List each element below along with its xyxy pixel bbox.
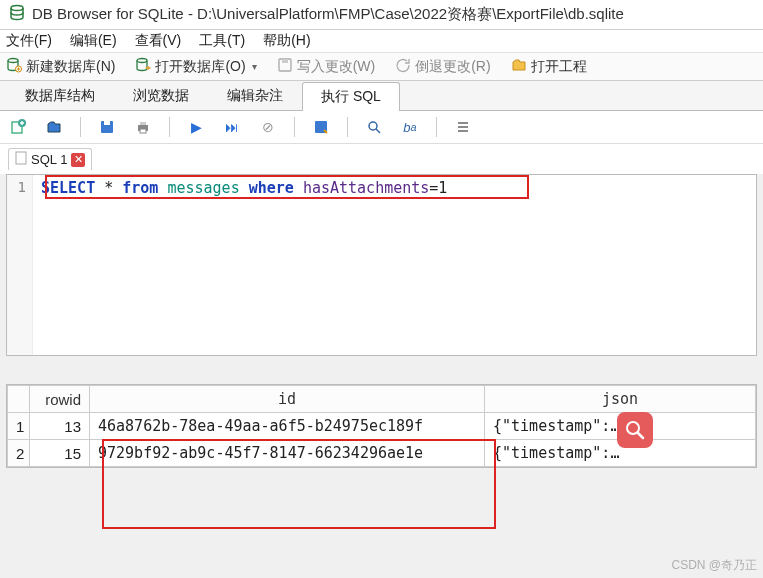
watermark: CSDN @奇乃正 (671, 557, 757, 574)
sql-code-area[interactable]: SELECT * from messages where hasAttachme… (33, 175, 756, 355)
new-database-button[interactable]: 新建数据库(N) (6, 57, 115, 76)
page-icon (15, 151, 27, 168)
open-sql-icon[interactable] (44, 117, 64, 137)
sql-toolbar: ▶ ⏭ ⊘ ba (0, 111, 763, 144)
menu-edit[interactable]: 编辑(E) (70, 32, 117, 50)
project-icon (511, 57, 527, 76)
tab-pragmas[interactable]: 编辑杂注 (208, 81, 302, 110)
sql-tab-1[interactable]: SQL 1 ✕ (8, 148, 92, 170)
save-sql-icon[interactable] (97, 117, 117, 137)
svg-rect-11 (140, 122, 146, 125)
svg-point-14 (369, 122, 377, 130)
save-icon (277, 57, 293, 76)
title-bar: DB Browser for SQLite - D:\UniversalPlat… (0, 0, 763, 30)
revert-changes-button[interactable]: 倒退更改(R) (395, 57, 490, 76)
svg-rect-5 (282, 59, 288, 63)
save-results-icon[interactable] (311, 117, 331, 137)
indent-icon[interactable] (453, 117, 473, 137)
menu-view[interactable]: 查看(V) (135, 32, 182, 50)
tab-execute-sql[interactable]: 执行 SQL (302, 82, 400, 111)
window-title: DB Browser for SQLite - D:\UniversalPlat… (32, 5, 624, 24)
find-replace-icon[interactable]: ba (400, 117, 420, 137)
close-tab-icon[interactable]: ✕ (71, 153, 85, 167)
svg-point-1 (8, 59, 18, 63)
svg-rect-9 (104, 121, 110, 125)
menu-bar: 文件(F) 编辑(E) 查看(V) 工具(T) 帮助(H) (0, 30, 763, 53)
menu-help[interactable]: 帮助(H) (263, 32, 310, 50)
svg-point-0 (11, 6, 23, 11)
sql-editor: 1 SELECT * from messages where hasAttach… (6, 174, 757, 356)
magnifier-overlay (617, 412, 653, 448)
splitter[interactable] (0, 356, 763, 384)
tab-structure[interactable]: 数据库结构 (6, 81, 114, 110)
run-line-icon[interactable]: ⏭ (222, 117, 242, 137)
main-tabs: 数据库结构 浏览数据 编辑杂注 执行 SQL (0, 81, 763, 111)
line-gutter: 1 (7, 175, 33, 355)
run-icon[interactable]: ▶ (186, 117, 206, 137)
tab-browse[interactable]: 浏览数据 (114, 81, 208, 110)
col-json[interactable]: json (485, 386, 756, 413)
stop-icon[interactable]: ⊘ (258, 117, 278, 137)
write-changes-button[interactable]: 写入更改(W) (277, 57, 376, 76)
menu-file[interactable]: 文件(F) (6, 32, 52, 50)
folder-database-icon (135, 57, 151, 76)
open-project-button[interactable]: 打开工程 (511, 57, 587, 76)
magnifier-icon (624, 419, 646, 441)
svg-rect-15 (16, 152, 26, 164)
main-toolbar: 新建数据库(N) 打开数据库(O) 写入更改(W) 倒退更改(R) 打开工程 (0, 53, 763, 81)
svg-rect-12 (140, 129, 146, 133)
sql-file-tabs: SQL 1 ✕ (0, 144, 763, 174)
open-database-button[interactable]: 打开数据库(O) (135, 57, 256, 76)
corner-header (8, 386, 30, 413)
print-icon[interactable] (133, 117, 153, 137)
database-plus-icon (6, 57, 22, 76)
menu-tools[interactable]: 工具(T) (199, 32, 245, 50)
find-icon[interactable] (364, 117, 384, 137)
col-id[interactable]: id (90, 386, 485, 413)
database-icon (8, 4, 26, 25)
col-rowid[interactable]: rowid (30, 386, 90, 413)
revert-icon (395, 57, 411, 76)
svg-point-3 (137, 59, 147, 63)
new-sql-tab-icon[interactable] (8, 117, 28, 137)
